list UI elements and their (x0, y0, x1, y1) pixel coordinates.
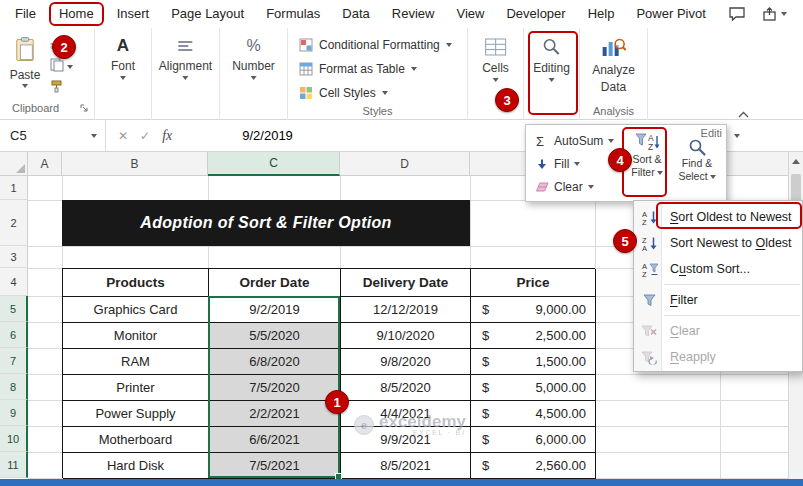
find-select-button[interactable]: Find & Select (672, 137, 722, 183)
cell-order-date[interactable]: 9/2/2019 (209, 297, 341, 323)
cell-order-date[interactable]: 7/5/2020 (209, 375, 341, 401)
cell-product[interactable]: Hard Disk (63, 453, 209, 479)
cell-delivery-date[interactable]: 9/8/2020 (341, 349, 471, 375)
cell-price[interactable]: $6,000.00 (471, 427, 596, 453)
select-all-triangle-icon (16, 164, 25, 173)
alignment-button[interactable]: Alignment (159, 36, 212, 80)
col-header-b[interactable]: B (62, 152, 208, 176)
row-header-4[interactable]: 4 (0, 268, 28, 296)
cell-order-date[interactable]: 6/8/2020 (209, 349, 341, 375)
share-icon[interactable] (762, 7, 787, 21)
tab-file[interactable]: File (4, 1, 47, 27)
tab-home[interactable]: Home (49, 2, 104, 26)
cells-button[interactable]: Cells (482, 36, 509, 82)
format-painter-icon (50, 80, 63, 96)
row-header-7[interactable]: 7 (0, 348, 28, 374)
autosum-button[interactable]: ΣAutoSum (534, 129, 626, 152)
enter-icon[interactable]: ✓ (140, 129, 150, 143)
tab-power-pivot[interactable]: Power Pivot (625, 1, 716, 27)
number-button[interactable]: % Number (232, 36, 275, 80)
conditional-formatting-button[interactable]: Conditional Formatting (288, 33, 467, 57)
formula-bar-expand-icon[interactable] (734, 134, 740, 138)
format-as-table-label: Format as Table (319, 62, 405, 76)
insert-function-icon[interactable]: fx (162, 128, 172, 144)
editing-button[interactable]: Editing (533, 36, 570, 82)
cell-product[interactable]: RAM (63, 349, 209, 375)
cell-price[interactable]: $9,000.00 (471, 297, 596, 323)
percent-icon: % (246, 36, 260, 56)
paste-button[interactable]: Paste (5, 36, 45, 88)
paste-label: Paste (10, 68, 41, 82)
cell-styles-button[interactable]: Cell Styles (288, 81, 467, 105)
clipboard-dialog-launcher[interactable] (79, 99, 89, 117)
row-header-5[interactable]: 5 (0, 296, 28, 322)
menu-item-label: Sort Oldest to Newest (670, 210, 792, 224)
menu-item-sort-oldest-to-newest[interactable]: AZSort Oldest to Newest (634, 204, 802, 230)
tab-data[interactable]: Data (331, 1, 380, 27)
cell-order-date[interactable]: 5/5/2020 (209, 323, 341, 349)
row-header-1[interactable]: 1 (0, 176, 28, 200)
cell-delivery-date[interactable]: 8/5/2020 (341, 375, 471, 401)
formula-input[interactable]: 9/2/2019 (184, 128, 293, 143)
row-header-11[interactable]: 11 (0, 452, 28, 478)
tab-formulas[interactable]: Formulas (255, 1, 331, 27)
name-box[interactable]: C5 (0, 120, 106, 151)
cell-product[interactable]: Graphics Card (63, 297, 209, 323)
copy-button[interactable] (50, 59, 73, 74)
row-header-9[interactable]: 9 (0, 400, 28, 426)
cell-product[interactable]: Printer (63, 375, 209, 401)
format-painter-button[interactable] (50, 80, 73, 95)
currency-symbol: $ (482, 458, 489, 473)
cell-order-date[interactable]: 6/6/2021 (209, 427, 341, 453)
sort-filter-label-line1: Sort & (632, 153, 661, 166)
menu-item-custom-sort[interactable]: AZCustom Sort... (634, 256, 802, 282)
menu-item-filter[interactable]: Filter (634, 287, 802, 313)
menu-item-label: Custom Sort... (670, 262, 750, 276)
scroll-up-button[interactable] (789, 152, 803, 170)
collapse-ribbon-button[interactable] (738, 104, 749, 122)
tab-developer[interactable]: Developer (495, 1, 576, 27)
cell-delivery-date[interactable]: 9/10/2020 (341, 323, 471, 349)
cancel-icon[interactable]: ✕ (118, 129, 128, 143)
cell-product[interactable]: Power Supply (63, 401, 209, 427)
cell-price[interactable]: $2,560.00 (471, 453, 596, 479)
clear-button[interactable]: Clear (534, 175, 626, 198)
font-button[interactable]: A Font (111, 36, 135, 80)
tab-insert[interactable]: Insert (106, 1, 161, 27)
col-header-d[interactable]: D (340, 152, 470, 176)
col-header-a[interactable]: A (28, 152, 62, 176)
menu-item-label: Reapply (670, 350, 716, 364)
price-value: 9,000.00 (535, 302, 586, 317)
row-header-8[interactable]: 8 (0, 374, 28, 400)
cell-order-date[interactable]: 7/5/2021 (209, 453, 341, 479)
row-header-10[interactable]: 10 (0, 426, 28, 452)
cell-price[interactable]: $1,500.00 (471, 349, 596, 375)
styles-group: Conditional FormattingFormat as TableCel… (288, 28, 468, 120)
ribbon: Paste ✂ Clipboard (0, 28, 803, 120)
cell-price[interactable]: $2,500.00 (471, 323, 596, 349)
analyze-data-button[interactable]: Analyze Data (592, 36, 635, 94)
sort-filter-label-line2: Filter (631, 166, 654, 179)
fill-label: Fill (554, 157, 569, 171)
cell-product[interactable]: Motherboard (63, 427, 209, 453)
row-header-2[interactable]: 2 (0, 200, 28, 246)
cell-delivery-date[interactable]: 12/12/2019 (341, 297, 471, 323)
svg-text:Σ: Σ (536, 134, 544, 148)
cell-price[interactable]: $4,500.00 (471, 401, 596, 427)
menu-item-sort-newest-to-oldest[interactable]: ZASort Newest to Oldest (634, 230, 802, 256)
cell-product[interactable]: Monitor (63, 323, 209, 349)
sort-filter-button[interactable]: AZ Sort & Filter (625, 131, 669, 179)
comments-icon[interactable] (728, 6, 746, 22)
select-all-corner[interactable] (0, 152, 28, 176)
col-header-c[interactable]: C (208, 152, 340, 176)
row-header-3[interactable]: 3 (0, 246, 28, 268)
cell-order-date[interactable]: 2/2/2021 (209, 401, 341, 427)
format-as-table-button[interactable]: Format as Table (288, 57, 467, 81)
tab-page-layout[interactable]: Page Layout (160, 1, 255, 27)
cell-price[interactable]: $5,000.00 (471, 375, 596, 401)
tab-view[interactable]: View (445, 1, 495, 27)
cell-delivery-date[interactable]: 8/5/2021 (341, 453, 471, 479)
tab-review[interactable]: Review (381, 1, 446, 27)
row-header-6[interactable]: 6 (0, 322, 28, 348)
tab-help[interactable]: Help (577, 1, 626, 27)
